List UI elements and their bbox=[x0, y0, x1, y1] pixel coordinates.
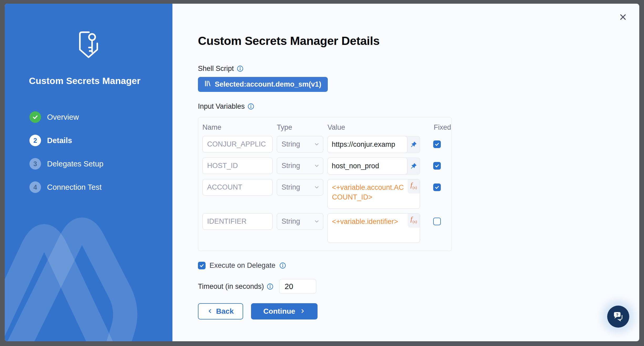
expression-text: <+variable.identifier> bbox=[332, 218, 398, 226]
wizard-sidebar: Custom Secrets Manager Overview 2 Detail… bbox=[5, 4, 172, 341]
continue-button[interactable]: Continue bbox=[251, 303, 318, 319]
pin-icon[interactable] bbox=[407, 136, 420, 153]
close-icon bbox=[619, 13, 627, 22]
wizard-title: Custom Secrets Manager bbox=[5, 76, 172, 86]
variable-value-input[interactable] bbox=[328, 136, 407, 153]
fixed-checkbox[interactable] bbox=[433, 162, 441, 170]
screen: Custom Secrets Manager Overview 2 Detail… bbox=[0, 0, 644, 346]
help-chat-icon: ? bbox=[612, 310, 624, 323]
type-select-value: String bbox=[282, 217, 300, 226]
back-button-label: Back bbox=[216, 307, 234, 316]
step-number-badge: 2 bbox=[29, 135, 41, 146]
variable-type-select[interactable]: String bbox=[277, 179, 323, 196]
execute-on-delegate-label: Execute on Delegate bbox=[209, 261, 275, 270]
shell-script-selected-label: Selected:account.demo_sm(v1) bbox=[215, 80, 321, 88]
info-icon[interactable] bbox=[267, 283, 273, 290]
variable-value-expression[interactable]: f(x) <+variable.account.ACCOUNT_ID> bbox=[328, 179, 420, 209]
type-select-value: String bbox=[282, 140, 300, 148]
chevron-down-icon bbox=[314, 162, 319, 170]
variable-name-input[interactable] bbox=[202, 158, 273, 174]
fixed-checkbox[interactable] bbox=[433, 184, 441, 191]
input-variables-label: Input Variables bbox=[198, 102, 245, 111]
type-select-value: String bbox=[282, 162, 300, 170]
timeout-input[interactable] bbox=[279, 279, 316, 294]
step-details[interactable]: 2 Details bbox=[5, 135, 172, 146]
input-variables-table: Name Type Value Fixed String bbox=[198, 117, 452, 251]
chevron-right-icon bbox=[300, 307, 305, 316]
close-button[interactable] bbox=[618, 12, 628, 23]
custom-secrets-manager-dialog: Custom Secrets Manager Overview 2 Detail… bbox=[5, 4, 639, 341]
page-title: Custom Secrets Manager Details bbox=[198, 34, 639, 48]
variable-name-input[interactable] bbox=[202, 213, 273, 230]
step-delegates-setup[interactable]: 3 Delegates Setup bbox=[5, 158, 172, 170]
fixed-checkbox[interactable] bbox=[433, 218, 441, 225]
step-number-badge: 3 bbox=[29, 158, 41, 170]
fixed-checkbox[interactable] bbox=[433, 140, 441, 148]
variable-type-select[interactable]: String bbox=[277, 158, 323, 174]
variable-type-select[interactable]: String bbox=[277, 136, 323, 153]
step-label: Delegates Setup bbox=[47, 160, 103, 168]
expression-text: <+variable.account.ACCOUNT_ID> bbox=[332, 184, 404, 201]
type-select-value: String bbox=[282, 183, 300, 191]
variable-value-group bbox=[328, 158, 420, 175]
continue-button-label: Continue bbox=[263, 307, 295, 316]
info-icon[interactable] bbox=[237, 65, 243, 72]
column-header-name: Name bbox=[202, 123, 273, 132]
pin-icon[interactable] bbox=[407, 158, 420, 174]
shell-script-label: Shell Script bbox=[198, 65, 234, 73]
column-header-type: Type bbox=[277, 123, 323, 132]
variable-type-select[interactable]: String bbox=[277, 213, 323, 230]
expression-fx-icon[interactable]: f(x) bbox=[408, 213, 420, 228]
table-row: String bbox=[202, 136, 447, 153]
shell-script-selected-button[interactable]: Selected:account.demo_sm(v1) bbox=[198, 77, 328, 92]
table-row: String f(x) <+variable.account.ACCOUNT_I… bbox=[202, 179, 447, 209]
step-number-badge: 4 bbox=[29, 181, 41, 193]
table-header: Name Type Value Fixed bbox=[202, 123, 447, 132]
table-row: String bbox=[202, 158, 447, 175]
details-panel: Custom Secrets Manager Details Shell Scr… bbox=[172, 4, 639, 341]
timeout-label: Timeout (in seconds) bbox=[198, 282, 264, 291]
secrets-manager-shield-key-icon bbox=[77, 30, 100, 61]
variable-value-expression[interactable]: f(x) <+variable.identifier> bbox=[328, 213, 420, 243]
expression-fx-icon[interactable]: f(x) bbox=[408, 179, 420, 193]
svg-text:?: ? bbox=[616, 312, 618, 317]
step-overview[interactable]: Overview bbox=[5, 111, 172, 123]
chevron-left-icon bbox=[207, 307, 213, 316]
variable-value-group bbox=[328, 136, 420, 153]
info-icon[interactable] bbox=[279, 262, 286, 269]
step-label: Details bbox=[47, 136, 72, 145]
help-button[interactable]: ? bbox=[607, 306, 629, 328]
info-icon[interactable] bbox=[248, 103, 254, 110]
step-label: Overview bbox=[47, 113, 79, 122]
step-connection-test[interactable]: 4 Connection Test bbox=[5, 181, 172, 193]
column-header-fixed: Fixed bbox=[424, 123, 451, 132]
step-label: Connection Test bbox=[47, 183, 101, 192]
chevron-down-icon bbox=[314, 183, 319, 191]
chevron-down-icon bbox=[314, 140, 319, 148]
variable-name-input[interactable] bbox=[202, 136, 273, 153]
step-done-check-icon bbox=[29, 111, 41, 123]
back-button[interactable]: Back bbox=[198, 303, 243, 319]
library-icon bbox=[205, 80, 211, 89]
wizard-steps: Overview 2 Details 3 Delegates Setup 4 C… bbox=[5, 111, 172, 193]
variable-name-input[interactable] bbox=[202, 179, 273, 196]
chevron-down-icon bbox=[314, 217, 319, 226]
column-header-value: Value bbox=[328, 123, 420, 132]
table-row: String f(x) <+variable.identifier> bbox=[202, 213, 447, 243]
variable-value-input[interactable] bbox=[328, 158, 407, 175]
execute-on-delegate-checkbox[interactable] bbox=[198, 262, 206, 269]
